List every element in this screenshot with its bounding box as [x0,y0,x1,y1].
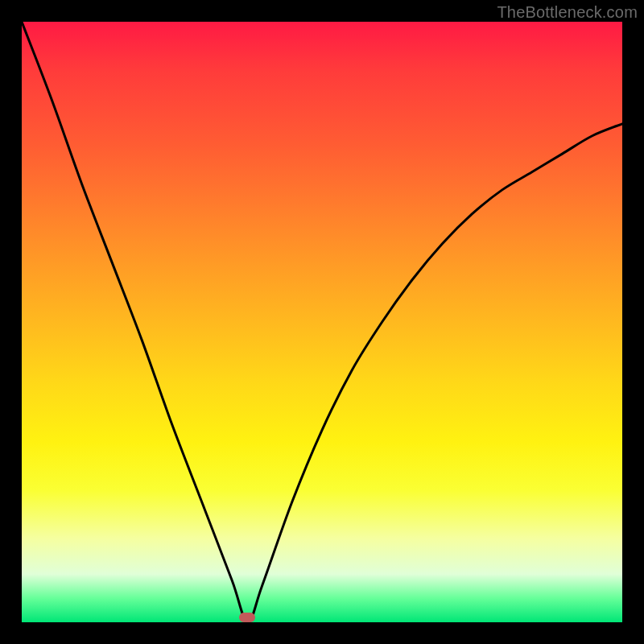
plot-area [22,22,622,622]
bottleneck-curve [22,22,622,622]
watermark-label: TheBottleneck.com [497,3,638,22]
chart-frame: TheBottleneck.com [0,0,644,644]
minimum-marker [239,613,255,622]
